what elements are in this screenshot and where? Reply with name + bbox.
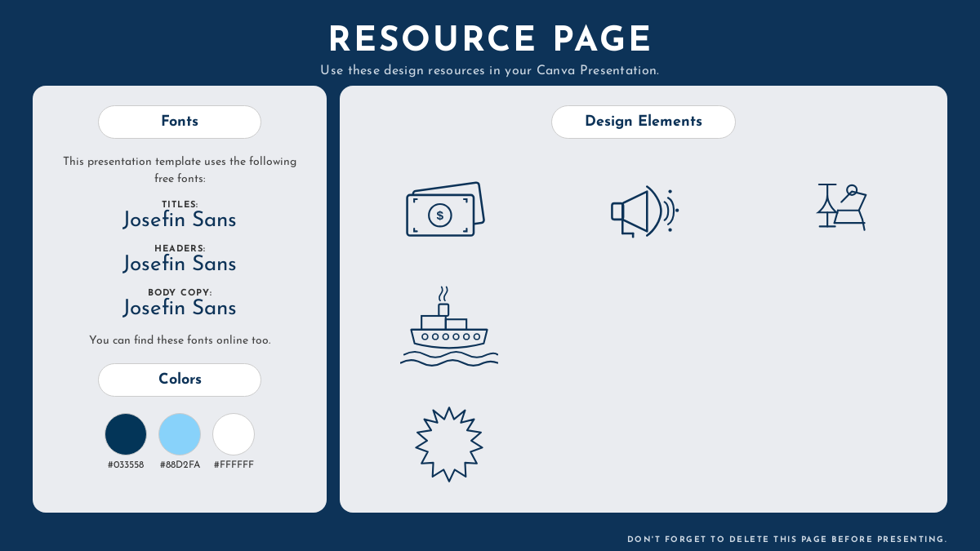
color-circle-white bbox=[212, 413, 255, 455]
color-hex-dark: #033558 bbox=[108, 460, 144, 470]
wine-chair-icon bbox=[789, 164, 887, 254]
font-label-bodycopy: BODY COPY: bbox=[122, 289, 237, 298]
color-swatch-white: #FFFFFF bbox=[212, 413, 255, 470]
design-elements-label: Design Elements bbox=[551, 105, 736, 139]
svg-point-7 bbox=[668, 229, 671, 232]
ship-icon-cell bbox=[384, 272, 514, 378]
page-subtitle: Use these design resources in your Canva… bbox=[0, 64, 980, 78]
ship-icon bbox=[400, 280, 498, 370]
font-label-headers: HEADERS: bbox=[122, 245, 237, 254]
color-circle-dark bbox=[105, 413, 147, 455]
svg-point-21 bbox=[453, 334, 459, 340]
color-swatch-blue: #88D2FA bbox=[158, 413, 201, 470]
megaphone-icon bbox=[595, 164, 693, 254]
icons-grid: $ bbox=[356, 155, 931, 493]
svg-point-22 bbox=[464, 334, 470, 340]
money-icon: $ bbox=[400, 164, 498, 254]
megaphone-icon-cell bbox=[578, 156, 709, 262]
font-name-bodycopy: Josefin Sans bbox=[122, 298, 237, 320]
main-content: Fonts This presentation template uses th… bbox=[0, 86, 980, 529]
svg-text:$: $ bbox=[437, 208, 444, 222]
font-name-headers: Josefin Sans bbox=[122, 254, 237, 276]
footer-note: DON'T FORGET TO DELETE THIS PAGE BEFORE … bbox=[0, 529, 980, 551]
svg-point-5 bbox=[668, 189, 671, 193]
colors-section: Colors #033558 #88D2FA #FFFFFF bbox=[56, 363, 304, 470]
left-panel: Fonts This presentation template uses th… bbox=[33, 86, 327, 513]
font-entry-headers: HEADERS: Josefin Sans bbox=[122, 245, 237, 276]
page-header: RESOURCE PAGE Use these design resources… bbox=[0, 0, 980, 86]
svg-point-13 bbox=[847, 185, 857, 195]
svg-rect-16 bbox=[446, 319, 466, 330]
starburst-icon bbox=[400, 395, 498, 485]
svg-point-19 bbox=[433, 334, 439, 340]
svg-point-18 bbox=[422, 334, 428, 340]
font-entry-bodycopy: BODY COPY: Josefin Sans bbox=[122, 289, 237, 320]
fonts-label: Fonts bbox=[98, 105, 261, 139]
color-swatches: #033558 #88D2FA #FFFFFF bbox=[105, 413, 255, 470]
fonts-online-note: You can find these fonts online too. bbox=[89, 335, 270, 347]
colors-label: Colors bbox=[98, 363, 261, 397]
svg-rect-15 bbox=[421, 316, 446, 330]
svg-rect-17 bbox=[439, 304, 448, 316]
starburst-icon-cell bbox=[384, 387, 514, 493]
font-name-titles: Josefin Sans bbox=[122, 210, 237, 232]
color-hex-white: #FFFFFF bbox=[214, 460, 254, 470]
wine-chair-icon-cell bbox=[773, 156, 903, 262]
color-circle-blue bbox=[158, 413, 201, 455]
money-icon-cell: $ bbox=[384, 156, 514, 262]
fonts-description: This presentation template uses the foll… bbox=[56, 153, 304, 188]
svg-point-23 bbox=[474, 334, 479, 340]
font-entry-titles: TITLES: Josefin Sans bbox=[122, 201, 237, 232]
svg-point-20 bbox=[443, 334, 448, 340]
page-title: RESOURCE PAGE bbox=[0, 24, 980, 60]
color-swatch-dark: #033558 bbox=[105, 413, 147, 470]
svg-point-6 bbox=[675, 209, 679, 212]
color-hex-blue: #88D2FA bbox=[160, 460, 200, 470]
font-label-titles: TITLES: bbox=[122, 201, 237, 210]
right-panel: Design Elements $ bbox=[340, 86, 947, 513]
